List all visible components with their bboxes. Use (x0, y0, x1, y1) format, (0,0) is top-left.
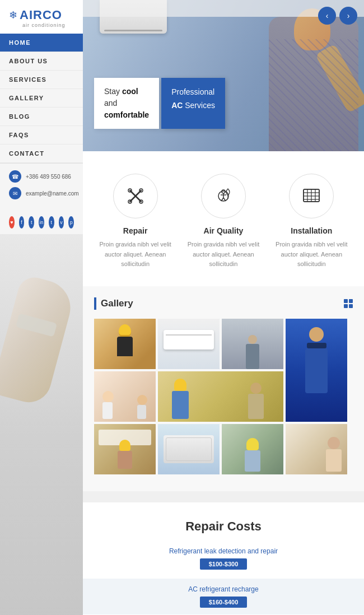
social-vimeo[interactable]: v (59, 216, 64, 229)
gallery-item-1[interactable] (94, 319, 156, 369)
repair-costs-section: Repair Costs Refrigerant leak detection … (83, 502, 364, 615)
gallery-header: Gallery (94, 297, 353, 310)
tagline-comfortable: comfortable (104, 110, 149, 119)
nav-menu: HOME ABOUT US SERVICES GALLERY BLOG FAQS… (0, 34, 83, 163)
social-links: ♥ f t in t v p (0, 211, 83, 234)
sidebar: ❄ AIRCO air conditioning HOME ABOUT US S… (0, 0, 83, 615)
air-quality-icon (212, 184, 235, 208)
repair-desc: Proin gravida nibh vel velit auctor aliq… (96, 240, 175, 269)
section-accent-bar (94, 297, 96, 310)
tagline-and: and (104, 99, 117, 108)
cost-name-2: AC refrigerant recharge (100, 585, 347, 593)
grid-dot-4 (349, 304, 353, 308)
sidebar-item-about[interactable]: ABOUT US (0, 52, 83, 71)
phone-icon: ☎ (9, 170, 21, 183)
gallery-item-10[interactable] (286, 424, 347, 474)
gallery-img-1 (94, 319, 156, 369)
logo-area: ❄ AIRCO air conditioning (0, 0, 83, 34)
service-repair: Repair Proin gravida nibh vel velit auct… (96, 174, 175, 269)
sidebar-contact: ☎ +386 489 550 686 ✉ example@name.com (0, 163, 83, 211)
installation-icon (300, 185, 323, 207)
gallery-item-5[interactable] (94, 371, 156, 422)
phone-number: +386 489 550 686 (26, 174, 71, 180)
service-ac: AC (171, 101, 183, 110)
gallery-item-4[interactable] (286, 319, 347, 422)
services-grid: Repair Proin gravida nibh vel velit auct… (94, 174, 353, 269)
cost-item-1: Refrigerant leak detection and repair $1… (100, 547, 347, 570)
gallery-img-2 (158, 319, 220, 369)
social-twitter[interactable]: t (29, 216, 34, 229)
sidebar-item-home[interactable]: HOME (0, 34, 83, 52)
sidebar-item-faqs[interactable]: FAQS (0, 126, 83, 145)
service-professional: Professional (171, 87, 214, 96)
tagline-stay: Stay (104, 87, 122, 96)
gallery-img-10 (286, 424, 347, 474)
hero-tagline-box: Stay cool and comfortable (94, 78, 159, 129)
sidebar-item-services[interactable]: SERVICES (0, 71, 83, 89)
service-services: Services (183, 101, 215, 110)
sidebar-item-contact[interactable]: CONTACT (0, 145, 83, 163)
services-section: Repair Proin gravida nibh vel velit auct… (83, 151, 364, 286)
sidebar-item-blog[interactable]: BLOG (0, 108, 83, 126)
hero-next-button[interactable]: › (339, 7, 357, 25)
gallery-item-7[interactable] (94, 424, 156, 474)
sidebar-background (0, 234, 83, 615)
air-quality-desc: Proin gravida nibh vel velit auctor aliq… (184, 240, 263, 269)
gallery-item-6[interactable] (158, 371, 283, 422)
gallery-img-4 (286, 319, 347, 422)
email-address: example@name.com (26, 190, 79, 197)
cost-bar-wrapper-1: $100-$300 (100, 558, 347, 570)
phone-contact: ☎ +386 489 550 686 (9, 170, 74, 183)
social-tumblr[interactable]: t (49, 216, 54, 229)
social-heart[interactable]: ♥ (9, 216, 15, 229)
sidebar-item-gallery[interactable]: GALLERY (0, 89, 83, 108)
hero-navigation: ‹ › (318, 7, 357, 25)
gallery-grid (94, 319, 353, 474)
hero-text-area: Stay cool and comfortable Professional A… (94, 78, 225, 129)
logo-name: AIRCO (20, 8, 62, 22)
gallery-item-2[interactable] (158, 319, 220, 369)
air-quality-icon-circle (201, 174, 246, 218)
hero-service-box: Professional AC Services (161, 78, 225, 129)
tagline-cool: cool (122, 87, 138, 96)
gallery-item-8[interactable] (158, 424, 220, 474)
service-installation: Installation Proin gravida nibh vel veli… (272, 174, 351, 269)
social-facebook[interactable]: f (19, 216, 25, 229)
gallery-title-wrapper: Gallery (94, 297, 133, 310)
cost-bar-wrapper-2: $160-$400 (100, 597, 347, 608)
social-pinterest[interactable]: p (68, 216, 74, 229)
email-icon: ✉ (9, 187, 21, 199)
gallery-img-6 (158, 371, 283, 422)
gallery-img-8 (158, 424, 220, 474)
air-quality-title: Air Quality (204, 226, 244, 235)
gallery-img-9 (222, 424, 283, 474)
gallery-grid-icon[interactable] (344, 299, 353, 308)
gallery-section: Gallery (83, 286, 364, 491)
snowflake-icon: ❄ (9, 9, 17, 21)
cost-range-2: $160-$400 (200, 597, 248, 608)
cost-item-2: AC refrigerant recharge $160-$400 (83, 579, 364, 614)
gallery-item-9[interactable] (222, 424, 283, 474)
main-content: ‹ › Stay cool and comfortable Profession… (83, 0, 364, 615)
gallery-item-3[interactable] (222, 319, 283, 369)
grid-dot-3 (344, 304, 348, 308)
repair-icon (125, 186, 146, 206)
gallery-img-7 (94, 424, 156, 474)
cost-name-1: Refrigerant leak detection and repair (100, 547, 347, 555)
hand-shape (0, 274, 77, 407)
hero-prev-button[interactable]: ‹ (318, 7, 336, 25)
logo-subtitle: air conditioning (22, 22, 66, 28)
installation-icon-circle (289, 174, 334, 218)
social-linkedin[interactable]: in (39, 216, 44, 229)
gallery-img-5 (94, 371, 156, 422)
email-contact: ✉ example@name.com (9, 187, 74, 199)
gallery-title: Gallery (101, 298, 133, 309)
grid-dot-1 (344, 299, 348, 303)
installation-desc: Proin gravida nibh vel velit auctor aliq… (272, 240, 351, 269)
service-air-quality: Air Quality Proin gravida nibh vel velit… (184, 174, 263, 269)
costs-title: Repair Costs (100, 519, 347, 534)
repair-icon-circle (113, 174, 158, 218)
grid-dot-2 (349, 299, 353, 303)
repair-title: Repair (123, 226, 148, 235)
cost-range-1: $100-$300 (200, 558, 248, 570)
